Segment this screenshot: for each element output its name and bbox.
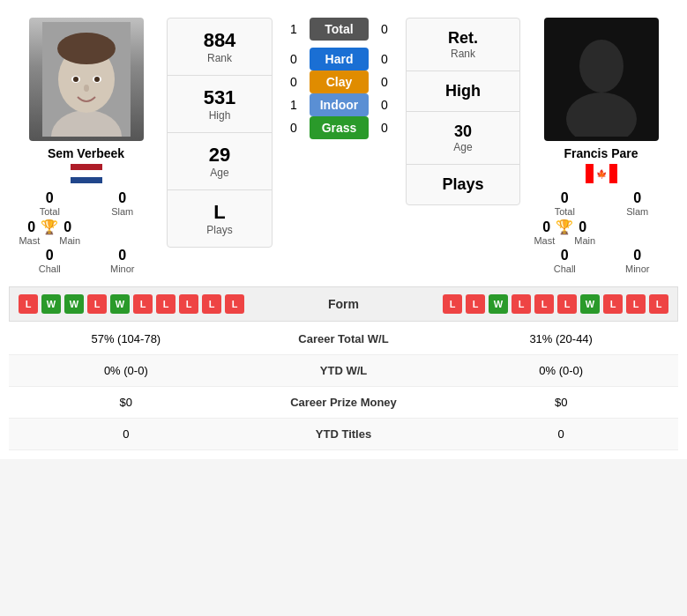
stats-right-val: 31% (20-44)	[444, 323, 678, 355]
court-grass-left: 0	[285, 121, 302, 135]
stats-row: $0 Career Prize Money $0	[9, 387, 678, 419]
svg-rect-10	[71, 170, 102, 177]
total-left-score: 1	[285, 22, 302, 36]
court-clay-left: 0	[285, 75, 302, 89]
form-badge: L	[225, 294, 244, 314]
form-badge: W	[489, 294, 508, 314]
form-badge: L	[512, 294, 531, 314]
court-clay-badge: Clay	[310, 71, 369, 93]
stats-center-label: Career Prize Money	[243, 387, 444, 419]
stats-table: 57% (104-78) Career Total W/L 31% (20-44…	[9, 323, 678, 450]
svg-point-13	[579, 40, 624, 93]
court-indoor-left: 1	[285, 98, 302, 112]
stats-left-val: 0% (0-0)	[9, 355, 243, 387]
form-badge: W	[580, 294, 600, 314]
form-badge: W	[64, 294, 84, 314]
court-indoor-row: 1 Indoor 0	[285, 93, 393, 116]
court-grass-right: 0	[376, 121, 393, 135]
high-stat-row: 531 High	[168, 76, 272, 133]
stats-left-val: 57% (104-78)	[9, 323, 243, 355]
right-form-badges: LLWLLLWLLL	[443, 294, 668, 314]
right-rank-row: Ret. Rank	[407, 19, 519, 71]
left-chall-stat: 0 Chall	[18, 248, 82, 274]
form-badge: L	[156, 294, 175, 314]
left-trophy-icon: 🏆	[41, 219, 58, 235]
right-plays-row: Plays	[407, 165, 519, 204]
right-player-flag: 🍁	[586, 164, 617, 183]
form-badge: L	[202, 294, 221, 314]
court-indoor-badge: Indoor	[310, 93, 369, 116]
court-hard-left: 0	[285, 52, 302, 66]
stats-row: 57% (104-78) Career Total W/L 31% (20-44…	[9, 323, 678, 355]
left-player-name: Sem Verbeek	[48, 146, 124, 160]
svg-rect-9	[71, 164, 102, 170]
total-right-score: 0	[376, 22, 393, 36]
plays-stat-row: L Plays	[168, 190, 272, 247]
court-section: 1 Total 0 0 Hard 0 0 Clay 0 1 Indoor 0 0…	[276, 18, 402, 139]
court-clay-row: 0 Clay 0	[285, 71, 393, 93]
right-total-stat: 0 Total	[533, 190, 597, 217]
age-stat-row: 29 Age	[168, 133, 272, 190]
stats-row: 0% (0-0) YTD W/L 0% (0-0)	[9, 355, 678, 387]
left-form-badges: LWWLWLLLLL	[19, 294, 244, 314]
right-player-results-grid: 0 Total 0 Slam 0 🏆 0 Mast Main	[524, 190, 678, 274]
form-badge: L	[626, 294, 646, 314]
form-badge: L	[443, 294, 462, 314]
court-hard-row: 0 Hard 0	[285, 48, 393, 71]
stats-right-val: $0	[444, 387, 678, 419]
court-hard-badge: Hard	[310, 48, 369, 71]
court-clay-right: 0	[376, 75, 393, 89]
right-high-row: High	[407, 71, 519, 112]
form-badge: L	[133, 294, 153, 314]
right-stats-panel: Ret. Rank High 30 Age Plays	[406, 18, 520, 205]
form-badge: L	[19, 294, 38, 314]
svg-point-6	[73, 77, 78, 82]
form-badge: L	[603, 294, 623, 314]
center-stats-panel: 884 Rank 531 High 29 Age L Plays	[167, 18, 273, 248]
left-player-photo	[29, 18, 144, 141]
right-chall-stat: 0 Chall	[533, 248, 597, 274]
court-rows: 0 Hard 0 0 Clay 0 1 Indoor 0 0 Grass 0	[285, 48, 393, 139]
svg-point-3	[57, 33, 116, 64]
court-grass-row: 0 Grass 0	[285, 116, 393, 139]
right-player-name: Francis Pare	[564, 146, 638, 160]
svg-text:🍁: 🍁	[596, 168, 608, 180]
form-badge: L	[179, 294, 198, 314]
form-badge: L	[557, 294, 577, 314]
stats-row: 0 YTD Titles 0	[9, 419, 678, 450]
form-badge: L	[534, 294, 554, 314]
court-total-row: 1 Total 0	[285, 18, 393, 41]
left-slam-stat: 0 Slam	[91, 190, 155, 217]
form-badge: L	[466, 294, 485, 314]
court-grass-badge: Grass	[310, 116, 369, 139]
right-slam-stat: 0 Slam	[606, 190, 670, 217]
svg-point-7	[94, 77, 100, 82]
right-trophy-icon: 🏆	[556, 219, 573, 235]
stats-left-val: $0	[9, 387, 243, 419]
form-label: Form	[328, 297, 359, 311]
left-mast-stat: 0 🏆 0 Mast Main	[18, 219, 82, 246]
court-indoor-right: 0	[376, 98, 393, 112]
right-player-photo	[544, 18, 659, 141]
stats-tbody: 57% (104-78) Career Total W/L 31% (20-44…	[9, 323, 678, 450]
stats-center-label: YTD W/L	[243, 355, 444, 387]
svg-point-8	[84, 85, 89, 92]
right-minor-stat: 0 Minor	[606, 248, 670, 274]
left-player-flag	[71, 164, 102, 183]
svg-rect-17	[609, 164, 617, 183]
court-hard-right: 0	[376, 52, 393, 66]
stats-center-label: YTD Titles	[243, 419, 444, 450]
total-badge: Total	[310, 18, 369, 41]
right-age-row: 30 Age	[407, 112, 519, 165]
form-badge: L	[87, 294, 107, 314]
form-badge: W	[41, 294, 61, 314]
right-player-card: Francis Pare 🍁 0 Total 0	[524, 18, 678, 274]
stats-left-val: 0	[9, 419, 243, 450]
left-minor-stat: 0 Minor	[91, 248, 155, 274]
left-player-results-grid: 0 Total 0 Slam 0 🏆 0 Mast Main	[9, 190, 163, 274]
form-section: LWWLWLLLLL Form LLWLLLWLLL	[9, 286, 678, 322]
left-player-card: Sem Verbeek 0 Total 0 Slam	[9, 18, 163, 274]
svg-rect-15	[586, 164, 594, 183]
right-mast-main-stat: 0 🏆 0 Mast Main	[533, 219, 597, 246]
stats-center-label: Career Total W/L	[243, 323, 444, 355]
